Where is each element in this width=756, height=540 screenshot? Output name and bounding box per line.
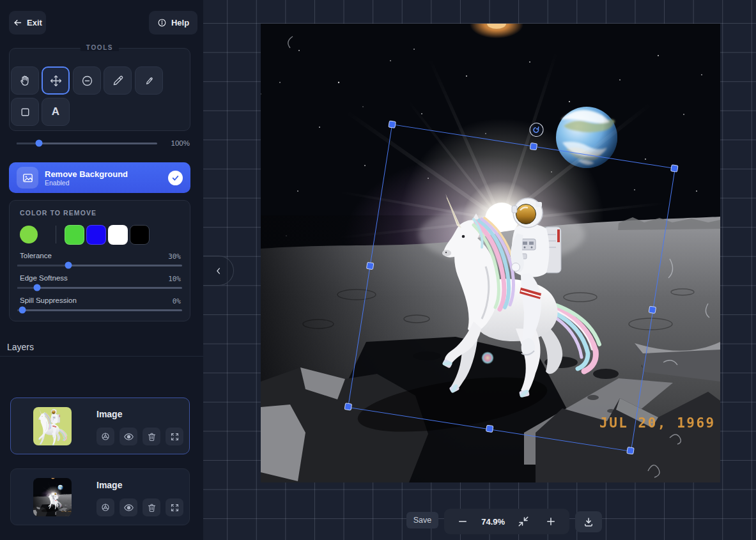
tools-panel-title: TOOLS: [81, 44, 119, 51]
color-swatch-green[interactable]: [65, 225, 84, 245]
resize-handle-sw[interactable]: [344, 403, 352, 411]
help-button[interactable]: Help: [149, 11, 197, 35]
tolerance-slider[interactable]: [17, 260, 182, 270]
remove-background-status: Enabled: [45, 179, 128, 187]
tool-rectangle-button[interactable]: [11, 98, 39, 126]
tool-erase-button[interactable]: [73, 66, 101, 95]
minus-circle-icon: [81, 74, 94, 88]
layers-heading: Layers: [7, 342, 34, 352]
plus-icon: [545, 516, 557, 527]
opacity-slider[interactable]: [17, 137, 157, 149]
tool-text-button[interactable]: A: [42, 98, 70, 126]
resize-handle-ne[interactable]: [670, 164, 679, 173]
resize-handle-e[interactable]: [648, 305, 656, 314]
color-to-remove-panel: COLOR TO REMOVE Tolerance 30% Edge Softn…: [9, 200, 190, 321]
spill-suppression-slider-thumb[interactable]: [19, 307, 26, 314]
eye-icon: [123, 502, 134, 513]
canvas-viewport[interactable]: JUL 20, 1969: [261, 24, 720, 482]
resize-handle-w[interactable]: [366, 261, 374, 270]
edge-softness-label: Edge Softness: [20, 274, 68, 282]
zoom-in-button[interactable]: [539, 511, 563, 532]
arrow-left-icon: [13, 18, 22, 27]
download-icon: [583, 516, 594, 528]
selection-box[interactable]: [348, 124, 675, 452]
layer-adjust-button[interactable]: [96, 428, 114, 445]
pencil-icon: [111, 74, 125, 88]
pen-icon: [143, 74, 156, 88]
tolerance-slider-thumb[interactable]: [65, 262, 72, 269]
remove-background-toggle[interactable]: Remove Background Enabled: [9, 162, 190, 193]
opacity-slider-thumb[interactable]: [36, 140, 43, 147]
layer-expand-button[interactable]: [166, 498, 183, 516]
expand-icon: [170, 432, 180, 442]
spill-suppression-slider[interactable]: [17, 305, 182, 315]
tool-pen-button[interactable]: [135, 66, 163, 95]
minus-icon: [457, 516, 468, 527]
info-icon: [157, 18, 167, 27]
remove-background-title: Remove Background: [45, 169, 128, 179]
resize-handle-n[interactable]: [529, 142, 537, 150]
color-swatch-black[interactable]: [130, 225, 150, 245]
adjust-icon: [100, 431, 111, 442]
opacity-value: 100%: [171, 139, 190, 147]
edge-softness-slider[interactable]: [17, 282, 182, 293]
color-swatch-white[interactable]: [108, 225, 128, 245]
help-label: Help: [171, 18, 189, 27]
download-button[interactable]: [575, 511, 602, 532]
app-root: JUL 20, 1969 Save 74.9%: [0, 0, 756, 540]
trash-icon: [147, 503, 157, 513]
zoom-level-value: 74.9%: [478, 517, 509, 527]
expand-icon: [170, 503, 180, 513]
layer-thumbnail[interactable]: [33, 407, 72, 445]
layer-name: Image: [96, 480, 122, 490]
fit-to-screen-icon: [518, 516, 529, 527]
trash-icon: [147, 432, 157, 442]
layer-visibility-button[interactable]: [120, 498, 137, 516]
save-button[interactable]: Save: [406, 512, 438, 528]
swatch-divider: [56, 226, 56, 243]
edge-softness-slider-thumb[interactable]: [33, 284, 40, 291]
sidebar-collapse-button[interactable]: [203, 256, 234, 286]
enabled-check-icon: [168, 171, 183, 185]
layer-name: Image: [96, 409, 122, 419]
spill-suppression-label: Spill Suppression: [20, 297, 77, 304]
chevron-left-icon: [214, 266, 223, 275]
exit-button[interactable]: Exit: [9, 11, 46, 35]
layer-delete-button[interactable]: [143, 428, 160, 445]
layer-adjust-button[interactable]: [96, 498, 114, 516]
tool-pan-button[interactable]: [11, 66, 39, 95]
tools-panel: TOOLS: [9, 48, 190, 131]
sidebar: Exit Help TOOLS: [0, 0, 203, 540]
layer-item-moon[interactable]: Image: [10, 468, 190, 525]
opacity-slider-track[interactable]: [17, 143, 157, 144]
zoom-out-button[interactable]: [451, 511, 475, 532]
eye-icon: [123, 431, 134, 442]
layer-thumbnail[interactable]: [33, 478, 72, 516]
layers-divider: [0, 356, 203, 357]
adjust-icon: [100, 502, 111, 513]
image-badge-icon: [17, 167, 38, 189]
selected-color-preview[interactable]: [20, 226, 38, 243]
zoom-controls: 74.9%: [444, 509, 569, 534]
rotate-icon: [531, 125, 541, 134]
color-swatch-blue[interactable]: [86, 225, 106, 245]
tool-pencil-button[interactable]: [104, 66, 132, 95]
tool-move-button[interactable]: [42, 66, 70, 95]
layer-visibility-button[interactable]: [120, 428, 137, 445]
layer-delete-button[interactable]: [143, 498, 160, 516]
text-tool-glyph: A: [52, 105, 59, 118]
layer-item-unicorn[interactable]: Image: [10, 397, 190, 454]
color-panel-title: COLOR TO REMOVE: [20, 209, 96, 217]
tolerance-label: Tolerance: [20, 252, 52, 259]
layer-expand-button[interactable]: [166, 428, 183, 445]
rectangle-icon: [19, 105, 32, 119]
move-icon: [49, 74, 63, 88]
resize-handle-se[interactable]: [626, 447, 635, 455]
fit-to-screen-button[interactable]: [511, 511, 536, 532]
remove-background-text: Remove Background Enabled: [45, 169, 128, 187]
exit-label: Exit: [27, 18, 42, 27]
resize-handle-s[interactable]: [485, 424, 493, 433]
hand-icon: [19, 74, 32, 88]
resize-handle-nw[interactable]: [388, 120, 396, 128]
